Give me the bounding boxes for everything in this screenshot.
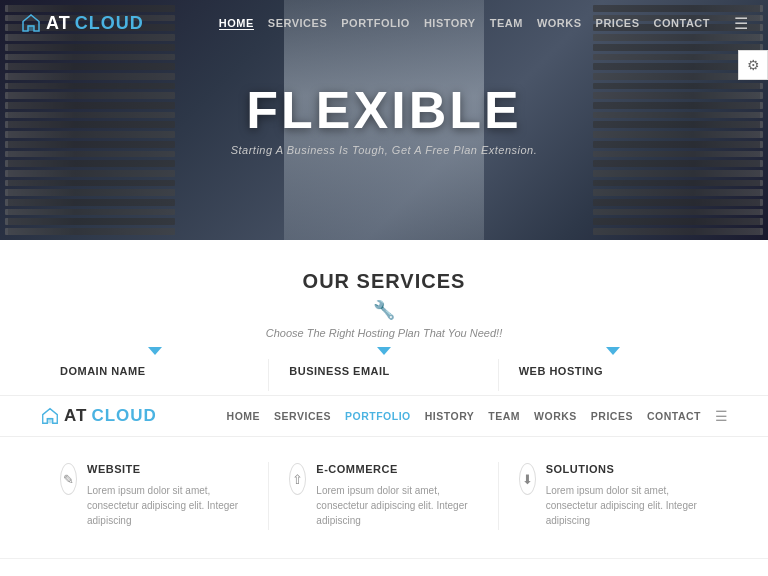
solutions-icon: ⬇ <box>519 463 536 495</box>
service-solutions-content: SOLUTIONS Lorem ipsum dolor sit amet, co… <box>546 463 708 528</box>
works-section: OUR WORKS 🔧 Show Amazing Your Works <box>0 558 768 576</box>
service-solutions-row: ⬇ SOLUTIONS Lorem ipsum dolor sit amet, … <box>519 463 708 528</box>
service-website-content: WEBSITE Lorem ipsum dolor sit amet, cons… <box>87 463 249 528</box>
nav-home[interactable]: HOME <box>219 17 254 30</box>
service-website-row: ✎ WEBSITE Lorem ipsum dolor sit amet, co… <box>60 463 249 528</box>
service-domain: DOMAIN NAME <box>40 355 269 395</box>
services-title: OUR SERVICES <box>40 270 728 293</box>
service-email-name: BUSINESS EMAIL <box>289 365 478 377</box>
nav2-contact[interactable]: CONTACT <box>647 410 701 422</box>
logo-house-icon <box>20 12 42 34</box>
nav-works[interactable]: WORKS <box>537 17 582 29</box>
nav2-works[interactable]: WORKS <box>534 410 577 422</box>
nav-services[interactable]: SERVICES <box>268 17 327 29</box>
secondary-navbar: AT CLOUD HOME SERVICES PORTFOLIO HISTORY… <box>0 395 768 437</box>
arrow-down-icon2 <box>377 347 391 355</box>
nav-portfolio[interactable]: PORTFOLIO <box>341 17 410 29</box>
nav2-history[interactable]: HISTORY <box>425 410 475 422</box>
logo2[interactable]: AT CLOUD <box>40 406 157 426</box>
nav-contact[interactable]: CONTACT <box>654 17 710 29</box>
nav2-services[interactable]: SERVICES <box>274 410 331 422</box>
settings-button[interactable]: ⚙ <box>738 50 768 80</box>
service-website-name: WEBSITE <box>87 463 249 475</box>
wrench-icon: 🔧 <box>40 299 728 321</box>
hamburger-icon2[interactable]: ☰ <box>715 408 728 424</box>
service-email: BUSINESS EMAIL <box>269 355 498 395</box>
services-bottom-row: ✎ WEBSITE Lorem ipsum dolor sit amet, co… <box>40 437 728 538</box>
logo-cloud-text2: CLOUD <box>91 406 156 426</box>
service-website: ✎ WEBSITE Lorem ipsum dolor sit amet, co… <box>40 453 269 538</box>
hero-title: FLEXIBLE <box>231 84 538 136</box>
nav-links: HOME SERVICES PORTFOLIO HISTORY TEAM WOR… <box>219 14 748 33</box>
svg-rect-0 <box>28 25 34 31</box>
service-website-text: Lorem ipsum dolor sit amet, consectetur … <box>87 483 249 528</box>
service-ecommerce-name: E-COMMERCE <box>316 463 478 475</box>
hero-subtitle: Starting A Business Is Tough, Get A Free… <box>231 144 538 156</box>
nav2-team[interactable]: TEAM <box>488 410 520 422</box>
primary-navbar: AT CLOUD HOME SERVICES PORTFOLIO HISTORY… <box>0 0 768 46</box>
website-icon: ✎ <box>60 463 77 495</box>
logo-at-text: AT <box>46 13 71 34</box>
service-hosting: WEB HOSTING <box>499 355 728 395</box>
hero-content: FLEXIBLE Starting A Business Is Tough, G… <box>231 84 538 156</box>
nav2-prices[interactable]: PRICES <box>591 410 633 422</box>
service-domain-name: DOMAIN NAME <box>60 365 249 377</box>
service-solutions-name: SOLUTIONS <box>546 463 708 475</box>
nav2-home[interactable]: HOME <box>227 410 261 422</box>
service-ecommerce: ⇧ E-COMMERCE Lorem ipsum dolor sit amet,… <box>269 453 498 538</box>
service-ecommerce-text: Lorem ipsum dolor sit amet, consectetur … <box>316 483 478 528</box>
services-top-row: DOMAIN NAME BUSINESS EMAIL WEB HOSTING <box>40 355 728 395</box>
ecommerce-icon: ⇧ <box>289 463 306 495</box>
svg-rect-1 <box>47 418 52 423</box>
service-ecommerce-row: ⇧ E-COMMERCE Lorem ipsum dolor sit amet,… <box>289 463 478 528</box>
logo[interactable]: AT CLOUD <box>20 12 144 34</box>
service-solutions: ⬇ SOLUTIONS Lorem ipsum dolor sit amet, … <box>499 453 728 538</box>
hamburger-icon[interactable]: ☰ <box>734 14 748 33</box>
logo-cloud-text: CLOUD <box>75 13 144 34</box>
nav-team[interactable]: TEAM <box>490 17 523 29</box>
services-subtitle: Choose The Right Hosting Plan That You N… <box>40 327 728 339</box>
service-ecommerce-content: E-COMMERCE Lorem ipsum dolor sit amet, c… <box>316 463 478 528</box>
nav-links2: HOME SERVICES PORTFOLIO HISTORY TEAM WOR… <box>227 408 728 424</box>
nav-history[interactable]: HISTORY <box>424 17 476 29</box>
gear-icon: ⚙ <box>747 57 760 73</box>
nav2-portfolio[interactable]: PORTFOLIO <box>345 410 411 422</box>
arrow-down-icon <box>148 347 162 355</box>
arrow-down-icon3 <box>606 347 620 355</box>
services-section: OUR SERVICES 🔧 Choose The Right Hosting … <box>0 240 768 558</box>
logo-at-text2: AT <box>64 406 87 426</box>
logo-house-icon2 <box>40 406 60 426</box>
service-solutions-text: Lorem ipsum dolor sit amet, consectetur … <box>546 483 708 528</box>
hero-section: AT CLOUD HOME SERVICES PORTFOLIO HISTORY… <box>0 0 768 240</box>
nav-prices[interactable]: PRICES <box>596 17 640 29</box>
service-hosting-name: WEB HOSTING <box>519 365 708 377</box>
